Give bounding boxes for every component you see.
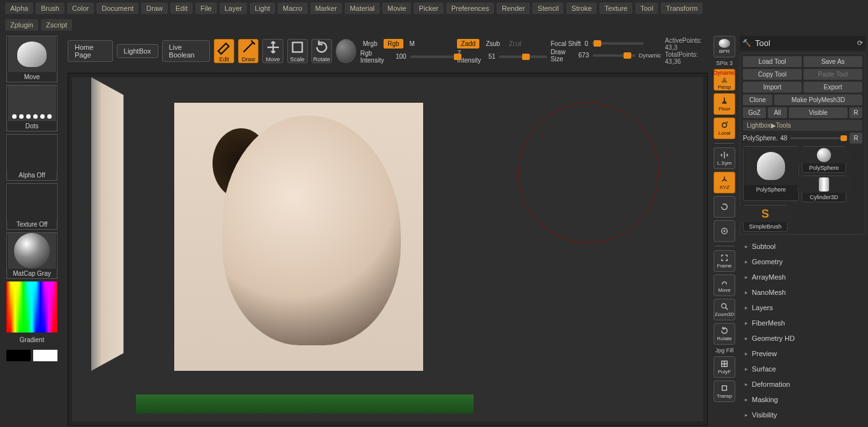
move-mode-button[interactable]: Move bbox=[262, 39, 283, 63]
menu-tool[interactable]: Tool bbox=[635, 3, 658, 14]
zsub-toggle[interactable]: Zsub bbox=[483, 39, 502, 49]
dynamic-toggle[interactable]: Dynamic bbox=[639, 52, 661, 59]
zcut-toggle[interactable]: Zcut bbox=[506, 39, 523, 49]
section-fibermesh[interactable]: ▸FiberMesh bbox=[740, 315, 865, 331]
rgb-intensity-value[interactable]: 100 bbox=[396, 53, 407, 60]
z-intensity-slider[interactable] bbox=[499, 56, 546, 58]
menu-transform[interactable]: Transform bbox=[661, 3, 703, 14]
menu-texture[interactable]: Texture bbox=[599, 3, 632, 14]
goz-all-button[interactable]: All bbox=[768, 107, 787, 118]
section-geometry[interactable]: ▸Geometry bbox=[740, 254, 865, 269]
stroke-slot[interactable]: Dots bbox=[6, 85, 57, 131]
mrgb-toggle[interactable]: Mrgb bbox=[360, 39, 380, 49]
copy-tool-button[interactable]: Copy Tool bbox=[743, 69, 802, 80]
menu-preferences[interactable]: Preferences bbox=[446, 3, 494, 14]
menu-marker[interactable]: Marker bbox=[310, 3, 342, 14]
transp-button[interactable]: Transp bbox=[714, 380, 735, 402]
menu-render[interactable]: Render bbox=[497, 3, 530, 14]
draw-mode-button[interactable]: Draw bbox=[238, 39, 258, 63]
rotate-view-button[interactable]: Rotate bbox=[714, 323, 735, 345]
color-picker[interactable] bbox=[6, 281, 57, 333]
persp-button[interactable]: DynamicPersp bbox=[714, 69, 735, 91]
rgb-toggle[interactable]: Rgb bbox=[384, 39, 403, 49]
alpha-slot[interactable]: Alpha Off bbox=[6, 134, 57, 181]
menu-macro[interactable]: Macro bbox=[278, 3, 308, 14]
section-subtool[interactable]: ▸Subtool bbox=[740, 239, 865, 254]
tool-slider[interactable] bbox=[790, 137, 847, 139]
tool-thumb-simplebrush[interactable]: SSimpleBrush bbox=[743, 205, 788, 232]
menu-movie[interactable]: Movie bbox=[382, 3, 411, 14]
xyz-button[interactable]: XYZ bbox=[714, 172, 735, 193]
make-polymesh3d-button[interactable]: Make PolyMesh3D bbox=[774, 94, 862, 105]
section-preview[interactable]: ▸Preview bbox=[740, 346, 865, 361]
menu-brush[interactable]: Brush bbox=[36, 3, 64, 14]
goz-r-button[interactable]: R bbox=[849, 107, 862, 118]
menu-picker[interactable]: Picker bbox=[414, 3, 444, 14]
home-page-button[interactable]: Home Page bbox=[68, 40, 113, 62]
lightbox-button[interactable]: LightBox bbox=[117, 44, 158, 58]
refresh-icon[interactable]: ⟳ bbox=[857, 39, 863, 47]
edit-mode-button[interactable]: Edit bbox=[214, 39, 234, 63]
paste-tool-button[interactable]: Paste Tool bbox=[804, 69, 862, 80]
swatch-white[interactable] bbox=[33, 350, 57, 361]
menu-stroke[interactable]: Stroke bbox=[566, 3, 597, 14]
section-geometryhd[interactable]: ▸Geometry HD bbox=[740, 331, 865, 346]
rotate-axis-button[interactable] bbox=[714, 196, 735, 218]
lsym-button[interactable]: L.Sym bbox=[714, 147, 735, 169]
zoom3d-button[interactable]: Zoom3D bbox=[714, 299, 735, 320]
export-button[interactable]: Export bbox=[804, 82, 862, 93]
rotate-mode-button[interactable]: Rotate bbox=[311, 39, 332, 63]
section-nanomesh[interactable]: ▸NanoMesh bbox=[740, 285, 865, 300]
menu-layer[interactable]: Layer bbox=[220, 3, 248, 14]
lightbox-tools-button[interactable]: Lightbox▶Tools bbox=[743, 120, 862, 131]
viewport[interactable] bbox=[68, 73, 708, 426]
zadd-toggle[interactable]: Zadd bbox=[457, 39, 479, 49]
local-button[interactable]: Local bbox=[714, 117, 735, 139]
section-visibility[interactable]: ▸Visibility bbox=[740, 407, 865, 423]
save-as-button[interactable]: Save As bbox=[804, 56, 862, 67]
load-tool-button[interactable]: Load Tool bbox=[743, 56, 802, 67]
snap-button[interactable] bbox=[714, 220, 735, 242]
section-surface[interactable]: ▸Surface bbox=[740, 361, 865, 377]
tool-thumb-cylinder3d[interactable]: Cylinder3D bbox=[802, 176, 846, 202]
section-deformation[interactable]: ▸Deformation bbox=[740, 377, 865, 392]
swatch-black[interactable] bbox=[6, 350, 31, 361]
menu-color[interactable]: Color bbox=[67, 3, 94, 14]
menu-zscript[interactable]: Zscript bbox=[41, 19, 72, 31]
goz-button[interactable]: GoZ bbox=[743, 107, 766, 118]
focal-shift-slider[interactable] bbox=[592, 42, 643, 45]
scale-mode-button[interactable]: Scale bbox=[287, 39, 308, 63]
bpr-button[interactable]: BPR bbox=[714, 36, 735, 57]
spix-label[interactable]: SPix 3 bbox=[716, 60, 733, 66]
menu-alpha[interactable]: Alpha bbox=[5, 3, 33, 14]
goz-visible-button[interactable]: Visible bbox=[789, 107, 848, 118]
tool-thumb-polysphere[interactable]: PolySphere bbox=[802, 146, 846, 173]
live-boolean-button[interactable]: Live Boolean bbox=[162, 40, 210, 62]
section-arraymesh[interactable]: ▸ArrayMesh bbox=[740, 269, 865, 285]
import-button[interactable]: Import bbox=[743, 82, 802, 93]
move-view-button[interactable]: Move bbox=[714, 274, 735, 296]
menu-zplugin[interactable]: Zplugin bbox=[5, 19, 38, 31]
focal-shift-value[interactable]: 0 bbox=[585, 40, 588, 47]
section-masking[interactable]: ▸Masking bbox=[740, 392, 865, 407]
tool-thumb-current[interactable]: PolySphere bbox=[743, 146, 799, 201]
frame-button[interactable]: Frame bbox=[714, 250, 735, 272]
menu-material[interactable]: Material bbox=[345, 3, 380, 14]
m-toggle[interactable]: M bbox=[407, 39, 417, 49]
tool-r-button[interactable]: R bbox=[849, 133, 862, 144]
draw-size-value[interactable]: 673 bbox=[578, 52, 589, 59]
rgb-intensity-slider[interactable] bbox=[410, 56, 454, 58]
section-polygroups[interactable]: ▸Polygroups bbox=[740, 423, 865, 427]
floor-button[interactable]: Floor bbox=[714, 93, 735, 115]
draw-size-slider[interactable] bbox=[593, 54, 635, 57]
material-slot[interactable]: MatCap Gray bbox=[6, 232, 57, 279]
texture-slot[interactable]: Texture Off bbox=[6, 183, 57, 230]
menu-stencil[interactable]: Stencil bbox=[532, 3, 564, 14]
menu-edit[interactable]: Edit bbox=[170, 3, 193, 14]
brush-slot[interactable]: Move bbox=[6, 36, 57, 82]
menu-light[interactable]: Light bbox=[250, 3, 275, 14]
polyf-button[interactable]: PolyF bbox=[714, 356, 735, 378]
menu-draw[interactable]: Draw bbox=[141, 3, 168, 14]
z-intensity-value[interactable]: 51 bbox=[488, 53, 495, 60]
gizmo-button[interactable] bbox=[336, 39, 356, 63]
